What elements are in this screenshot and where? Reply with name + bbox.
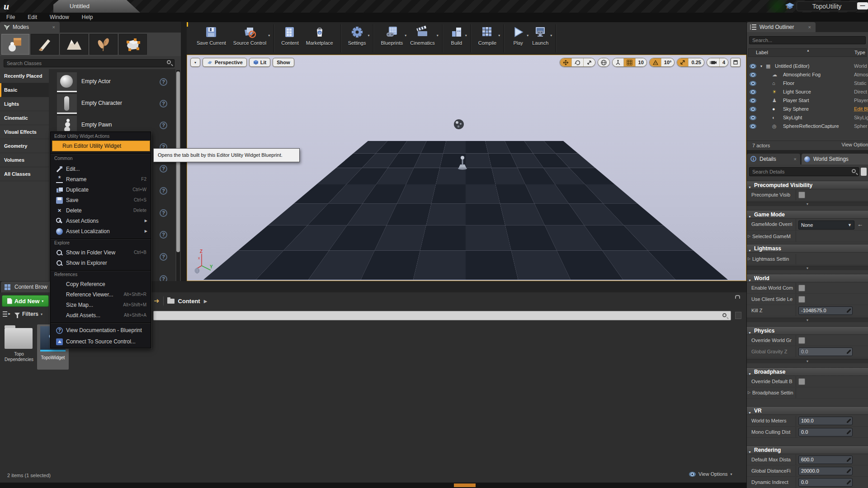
player-start-icon[interactable]	[455, 155, 470, 170]
property-row[interactable]: ▷ Selected GameM	[747, 231, 868, 242]
visibility-eye-icon[interactable]	[750, 98, 756, 103]
source-control-button[interactable]: Source Control	[230, 24, 270, 47]
camera-speed-button[interactable]	[707, 58, 720, 66]
maximize-viewport-button[interactable]	[731, 58, 741, 67]
menu-window[interactable]: Window	[50, 14, 69, 20]
section-physics[interactable]: Physics	[747, 326, 868, 335]
category-visual-effects[interactable]: Visual Effects	[0, 125, 49, 139]
scale-tool-button[interactable]	[584, 58, 595, 66]
outliner-row-light-source[interactable]: ☀ Light Source Direct	[747, 88, 868, 96]
outliner-column-header[interactable]: Label ▲ Type	[748, 48, 867, 57]
menu-item-edit[interactable]: Edit...	[51, 164, 151, 174]
category-geometry[interactable]: Geometry	[0, 139, 49, 153]
settings-button[interactable]: Settings	[344, 24, 370, 47]
section-game-mode[interactable]: Game Mode	[747, 210, 868, 219]
section-precomputed-visibility[interactable]: Precomputed Visibility	[747, 181, 868, 189]
save-search-button[interactable]	[735, 312, 741, 319]
path-history-arrow-icon[interactable]: ➜	[154, 297, 160, 305]
spinner-icon[interactable]	[847, 430, 851, 434]
menu-item-reference-viewer[interactable]: Reference Viewer... Alt+Shift+R	[51, 290, 151, 300]
category-volumes[interactable]: Volumes	[0, 153, 49, 167]
sky-actor-icon[interactable]	[453, 118, 465, 130]
kill-z-input[interactable]: -1048575.0	[798, 306, 853, 315]
world-local-toggle[interactable]	[598, 58, 610, 67]
save-current-button[interactable]: Save Current	[193, 24, 230, 47]
outliner-row-player-start[interactable]: ♟ Player Start Player	[747, 96, 868, 105]
minimize-button[interactable]: —	[857, 2, 868, 9]
world-to-meters-input[interactable]: 100.0	[798, 417, 853, 425]
menu-item-copy-reference[interactable]: Copy Reference	[51, 279, 151, 289]
outliner-row-skylight[interactable]: ◐ SkyLight SkyLig	[747, 113, 868, 122]
mode-geometry-button[interactable]	[119, 34, 147, 55]
search-details-input[interactable]	[749, 167, 859, 176]
surface-snap-button[interactable]	[613, 58, 624, 66]
details-filter-button[interactable]	[861, 168, 867, 176]
outliner-row-sky-sphere[interactable]: ● Sky Sphere Edit Bl	[747, 105, 868, 113]
visibility-eye-icon[interactable]	[750, 64, 756, 69]
details-tab[interactable]: i Details ×	[747, 154, 800, 164]
viewport[interactable]: ▾ Perspective Lit Show	[187, 55, 746, 281]
expand-advanced-button[interactable]	[747, 359, 868, 363]
spinner-icon[interactable]	[847, 309, 851, 313]
menu-item-duplicate[interactable]: Duplicate Ctrl+W	[51, 185, 151, 195]
scrollbar[interactable]	[176, 70, 180, 281]
show-button[interactable]: Show	[273, 58, 294, 67]
menu-item-asset-actions[interactable]: Asset Actions ▶	[51, 216, 151, 226]
help-icon[interactable]	[160, 253, 167, 261]
mode-paint-button[interactable]	[31, 34, 59, 55]
property-row[interactable]: ▷ Lightmass Settin	[747, 254, 868, 265]
visibility-eye-icon[interactable]	[750, 89, 756, 94]
outliner-row-untitled[interactable]: ▾ ▦ Untitled (Editor) World	[747, 62, 868, 70]
level-tab[interactable]: Untitled	[53, 0, 140, 13]
spinner-icon[interactable]	[847, 419, 851, 423]
section-rendering[interactable]: Rendering	[747, 446, 868, 454]
expand-advanced-button[interactable]	[747, 266, 868, 270]
spinner-icon[interactable]	[847, 480, 851, 484]
precompute-visibility-checkbox[interactable]	[798, 192, 805, 198]
help-icon[interactable]	[160, 78, 167, 86]
help-icon[interactable]	[160, 231, 167, 239]
edit-blueprint-link[interactable]: Edit Bl	[854, 106, 868, 112]
viewport-options-button[interactable]: ▾	[190, 58, 200, 67]
scale-snap-toggle[interactable]	[677, 58, 689, 66]
list-item[interactable]: Empty Actor	[49, 71, 175, 93]
menu-item-audit-assets[interactable]: Audit Assets... Alt+Shift+A	[51, 310, 151, 320]
mode-landscape-button[interactable]	[60, 34, 88, 55]
marketplace-button[interactable]: u Marketplace	[302, 24, 337, 47]
camera-speed-value[interactable]: 4	[720, 58, 728, 66]
expand-advanced-button[interactable]	[747, 202, 868, 206]
outliner-search-input[interactable]	[749, 36, 866, 44]
list-item[interactable]: Empty Character	[49, 93, 175, 115]
category-lights[interactable]: Lights	[0, 97, 49, 111]
global-gravity-z-input[interactable]: 0.0	[798, 347, 853, 356]
expander-icon[interactable]: ▷	[748, 390, 750, 394]
search-classes-input[interactable]	[4, 59, 175, 67]
default-max-distance-input[interactable]: 600.0	[798, 455, 853, 464]
perspective-button[interactable]: Perspective	[203, 58, 247, 67]
menu-item-show-in-folder-view[interactable]: Show in Folder View Ctrl+B	[51, 248, 151, 258]
outliner-row-sphere-reflection[interactable]: ◎ SphereReflectionCapture Spher	[747, 122, 868, 131]
outliner-row-floor[interactable]: ⌂ Floor Static	[747, 79, 868, 88]
move-tool-button[interactable]	[560, 58, 572, 66]
expander-icon[interactable]: ▷	[748, 234, 750, 238]
modes-tab[interactable]: Modes ×	[0, 22, 60, 33]
rotate-tool-button[interactable]	[572, 58, 584, 66]
modes-tab-close-icon[interactable]: ×	[52, 22, 55, 33]
spinner-icon[interactable]	[847, 458, 851, 462]
visibility-eye-icon[interactable]	[750, 107, 756, 112]
build-caret-icon[interactable]: ▾	[465, 33, 467, 38]
scale-snap-value[interactable]: 0.25	[689, 58, 703, 66]
section-world[interactable]: World	[747, 274, 868, 282]
compile-caret-icon[interactable]: ▾	[498, 33, 500, 38]
run-editor-utility-widget-item[interactable]: Run Editor Utility Widget	[52, 141, 150, 151]
menu-file[interactable]: File	[6, 14, 15, 20]
world-settings-tab[interactable]: World Settings	[802, 154, 868, 164]
grid-snap-value[interactable]: 10	[636, 58, 646, 66]
content-button[interactable]: Content	[278, 24, 302, 47]
visibility-eye-icon[interactable]	[750, 115, 756, 120]
menu-item-show-in-explorer[interactable]: Show in Explorer	[51, 258, 151, 268]
grid-snap-toggle[interactable]	[624, 58, 636, 66]
category-all-classes[interactable]: All Classes	[0, 167, 49, 181]
help-icon[interactable]	[160, 122, 167, 129]
add-new-button[interactable]: Add New ▾	[2, 295, 49, 307]
